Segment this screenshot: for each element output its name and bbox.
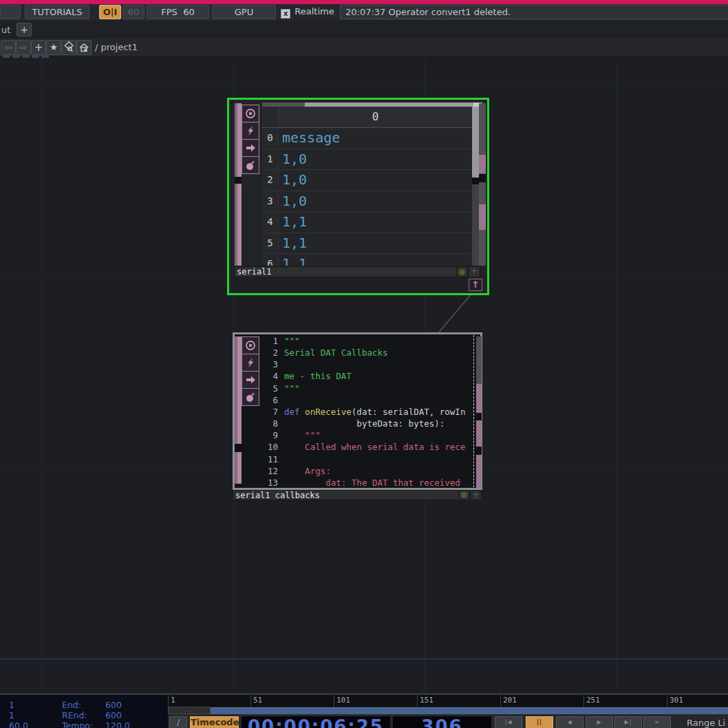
info-label: REnd: [62, 710, 87, 720]
add-tab-button[interactable]: + [17, 23, 32, 36]
range-scrollbar-handle[interactable]: ... [168, 707, 211, 714]
info-label: Tempo: [62, 720, 93, 728]
line-number: 12 [260, 465, 278, 477]
viewer-flag-icon[interactable] [242, 105, 259, 122]
realtime-toggle[interactable]: xRealtime [278, 5, 337, 18]
pane-tab-partial[interactable]: ut [1, 25, 10, 35]
line-number: 2 [260, 347, 278, 358]
info-label: End: [62, 700, 81, 710]
cell-value: 1,0 [279, 191, 472, 212]
realtime-checkbox[interactable]: x [281, 9, 290, 19]
timecode-mode-button[interactable]: Timecode [190, 716, 239, 728]
table-row: 0message [262, 128, 472, 149]
ruler-tick: 301 [667, 695, 683, 707]
favorite-button[interactable]: ★ [46, 40, 61, 55]
line-number: 10 [260, 441, 278, 453]
info-value: 1 [9, 700, 14, 710]
export-flag-icon[interactable] [242, 139, 259, 157]
transport-button[interactable]: ◀ [556, 716, 584, 728]
transport-button[interactable]: ▶| [614, 716, 642, 728]
cook-flag-icon[interactable] [242, 156, 259, 174]
add-button[interactable]: + [31, 40, 46, 55]
fps-display[interactable]: FPS 60 [147, 5, 209, 19]
vertical-scrollbar[interactable] [472, 107, 479, 266]
gpu-display[interactable]: GPU [212, 5, 276, 19]
output-connector-strip[interactable] [476, 336, 482, 486]
code-line: 3 [260, 358, 473, 370]
range-scrollbar[interactable]: ... [168, 707, 728, 714]
input-connector-notch [235, 177, 242, 184]
back-icon: ⇦ [4, 42, 12, 53]
node-state-dot-box[interactable] [458, 490, 470, 500]
node-add-button[interactable]: + [470, 490, 482, 500]
info-value: 1 [9, 710, 14, 720]
input-connector-strip[interactable] [235, 103, 242, 266]
line-number: 1 [260, 335, 278, 347]
expand-arrow-button[interactable]: ↑ [469, 279, 482, 291]
zoom-fit-icon [63, 42, 74, 53]
back-button[interactable]: ⇦ [1, 40, 16, 55]
input-connector-strip[interactable] [235, 336, 242, 484]
cook-flag-icon[interactable] [242, 388, 259, 406]
home-button[interactable] [76, 40, 92, 55]
node-flag-column [242, 105, 259, 174]
range-limit-label: Range Li [687, 718, 728, 728]
node-footer-row: ↑ [233, 277, 480, 291]
range-bar[interactable] [211, 707, 728, 714]
node-name-input[interactable]: serial1_callbacks [233, 490, 459, 500]
code-line: 12 Args: [260, 465, 473, 477]
forward-button[interactable]: ⇨ [16, 40, 31, 55]
node-serial1-callbacks[interactable]: 1"""2Serial DAT Callbacks34me - this DAT… [233, 332, 482, 490]
node-name-input[interactable]: serial1 [234, 266, 458, 277]
node-state-dot-box[interactable] [456, 266, 468, 277]
bypass-flag-icon[interactable] [242, 122, 259, 140]
info-value: 600 [105, 700, 122, 710]
table-row: 41,1 [262, 212, 472, 233]
node-add-button[interactable]: + [468, 266, 480, 277]
table-row: 11,0 [262, 149, 472, 171]
table-header-row: 0 [262, 107, 472, 128]
code-line: 11 [260, 453, 473, 465]
line-number: 11 [260, 453, 278, 465]
menubar: TUTORIALS O|I 60 FPS 60 GPU xRealtime 20… [0, 4, 728, 21]
transport-button[interactable]: ≡ [643, 716, 671, 728]
breadcrumb[interactable]: / project1 [95, 42, 138, 52]
transport-button[interactable]: || [526, 716, 553, 728]
export-flag-icon[interactable] [242, 371, 259, 389]
dat-table-viewer[interactable]: 0 0message11,021,031,041,151,161,1 [262, 107, 472, 266]
line-number: 7 [260, 406, 278, 418]
oi-toggle-button[interactable]: O|I [99, 5, 121, 19]
line-number: 9 [260, 429, 278, 441]
line-number: 4 [260, 370, 278, 382]
ruler-tick: 251 [584, 695, 600, 707]
code-line: 1""" [260, 335, 473, 347]
timeline-ruler[interactable]: 151101151201251301 [168, 695, 728, 707]
info-row: 1REnd:600 [0, 710, 168, 720]
vertical-scrollbar-thumb[interactable] [472, 107, 479, 178]
transport-button[interactable]: ▶ [586, 716, 613, 728]
row-number: 3 [262, 191, 279, 212]
info-value: 600 [105, 710, 122, 720]
divider-button[interactable]: / [169, 716, 187, 728]
code-line: 2Serial DAT Callbacks [260, 347, 473, 358]
code-viewer[interactable]: 1"""2Serial DAT Callbacks34me - this DAT… [260, 335, 474, 487]
ruler-tick: 51 [250, 695, 262, 707]
code-text: """ [284, 383, 300, 394]
code-line: 5""" [260, 383, 473, 394]
forward-icon: ⇨ [19, 42, 28, 53]
code-line: 10 Called when serial data is rece [260, 441, 473, 453]
timeline-info-panel[interactable]: 1End:6001REnd:60060.0Tempo:120.0 [0, 695, 168, 728]
ruler-tick: 201 [500, 695, 517, 707]
tutorials-button[interactable]: TUTORIALS [25, 5, 89, 19]
output-connector-strip[interactable] [479, 103, 486, 266]
viewer-flag-icon[interactable] [242, 336, 259, 354]
node-serial1[interactable]: 0 0message11,021,031,041,151,161,1 seria… [227, 98, 489, 295]
row-number: 5 [262, 233, 279, 254]
transport-button[interactable]: |◀ [495, 716, 522, 728]
bypass-flag-icon[interactable] [242, 354, 259, 372]
zoom-fit-button[interactable] [61, 40, 76, 55]
menu-empty-segment[interactable] [0, 5, 21, 19]
line-number: 8 [260, 418, 278, 429]
code-text: def onReceive(dat: serialDAT, rowIn [284, 406, 465, 418]
table-row: 51,1 [262, 233, 472, 255]
